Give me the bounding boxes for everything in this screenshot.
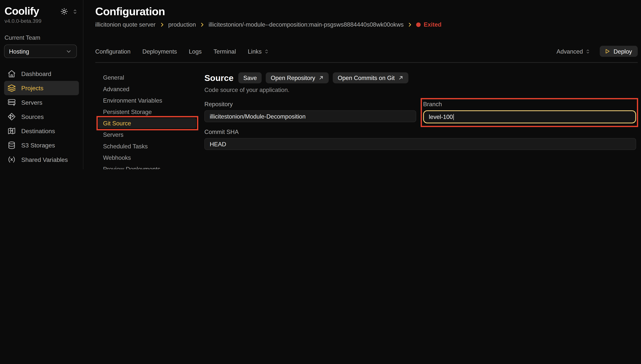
source-heading: Source	[204, 73, 233, 83]
map-icon	[8, 127, 16, 135]
tab-configuration[interactable]: Configuration	[95, 48, 130, 54]
subnav-environment-variables[interactable]: Environment Variables	[98, 95, 196, 106]
variable-icon	[8, 155, 16, 164]
tabs-row: Configuration Deployments Logs Terminal …	[95, 46, 638, 57]
header-actions: Advanced Deploy	[557, 46, 638, 57]
layers-icon	[8, 84, 16, 92]
breadcrumb: illicitonion quote server production ill…	[95, 21, 638, 28]
settings-subnav: General Advanced Environment Variables P…	[95, 72, 204, 169]
fields-row: Repository illicitestonion/Module-Decomp…	[204, 101, 636, 123]
current-team-label: Current Team	[5, 34, 79, 41]
tab-logs[interactable]: Logs	[189, 48, 202, 54]
commit-sha-input[interactable]: HEAD	[204, 138, 636, 150]
chevron-right-icon	[407, 22, 413, 27]
app: Coolify v4.0.0-beta.399 Current Team Hos…	[0, 0, 641, 169]
status-dot-icon	[416, 22, 421, 27]
configuration-content: General Advanced Environment Variables P…	[95, 63, 638, 169]
arrow-up-right-icon	[398, 75, 403, 80]
git-source-icon	[8, 112, 16, 121]
sidebar-item-shared-variables[interactable]: Shared Variables	[4, 152, 79, 166]
sidebar-item-s3-storages[interactable]: S3 Storages	[4, 138, 79, 152]
deploy-button[interactable]: Deploy	[599, 46, 637, 57]
open-commits-button[interactable]: Open Commits on Git	[333, 72, 408, 84]
chevrons-up-down-icon	[585, 48, 591, 54]
theme-selector-chevrons-icon[interactable]	[72, 8, 78, 14]
sidebar-nav: Dashboard Projects Servers Sources Desti…	[4, 67, 79, 169]
server-icon	[8, 98, 16, 106]
save-button[interactable]: Save	[238, 72, 262, 84]
sidebar-item-destinations[interactable]: Destinations	[4, 124, 79, 138]
chevron-right-icon	[200, 22, 205, 27]
status-text: Exited	[424, 21, 442, 28]
app-version: v4.0.0-beta.399	[5, 18, 79, 24]
chevron-right-icon	[159, 22, 165, 27]
commit-sha-label: Commit SHA	[204, 128, 636, 135]
status-badge: Exited	[416, 21, 441, 28]
sidebar-item-servers[interactable]: Servers	[4, 95, 79, 110]
source-heading-row: Source Save Open Repository Open Commits…	[204, 72, 636, 84]
tab-terminal[interactable]: Terminal	[214, 48, 236, 54]
branch-input[interactable]: level-100	[423, 110, 636, 124]
open-repository-button[interactable]: Open Repository	[266, 72, 329, 84]
chevrons-up-down-icon	[264, 48, 269, 54]
tab-links[interactable]: Links	[248, 48, 269, 54]
subnav-preview-deployments[interactable]: Preview Deployments	[98, 164, 196, 169]
git-source-form: Source Save Open Repository Open Commits…	[204, 72, 638, 169]
sidebar-item-sources[interactable]: Sources	[4, 110, 79, 124]
branch-label: Branch	[423, 101, 636, 107]
tab-deployments[interactable]: Deployments	[142, 48, 177, 54]
subnav-general[interactable]: General	[98, 72, 196, 83]
tabs: Configuration Deployments Logs Terminal …	[95, 48, 269, 54]
repository-input[interactable]: illicitestonion/Module-Decomposition	[204, 110, 416, 122]
repository-field-group: Repository illicitestonion/Module-Decomp…	[204, 101, 416, 123]
breadcrumb-environment[interactable]: production	[168, 21, 196, 28]
sidebar: Coolify v4.0.0-beta.399 Current Team Hos…	[0, 0, 84, 169]
subnav-advanced[interactable]: Advanced	[98, 84, 196, 94]
theme-sun-icon[interactable]	[61, 8, 68, 15]
app-logo: Coolify	[5, 5, 39, 18]
sidebar-item-projects[interactable]: Projects	[4, 81, 79, 95]
team-select[interactable]: Hosting	[4, 44, 77, 58]
home-icon	[8, 70, 16, 78]
page-title: Configuration	[95, 5, 638, 18]
play-icon	[604, 48, 610, 54]
source-description: Code source of your application.	[204, 87, 636, 93]
subnav-servers[interactable]: Servers	[98, 130, 196, 140]
chevron-down-icon	[65, 48, 72, 54]
subnav-scheduled-tasks[interactable]: Scheduled Tasks	[98, 141, 196, 151]
database-icon	[8, 141, 16, 150]
branch-field-group: Branch level-100	[423, 101, 636, 123]
advanced-dropdown[interactable]: Advanced	[557, 48, 591, 54]
text-cursor	[453, 114, 454, 120]
main-content: Configuration illicitonion quote server …	[84, 0, 641, 169]
sidebar-item-notifications[interactable]: Notifications	[4, 166, 79, 169]
breadcrumb-resource[interactable]: illicitestonion/-module--decomposition:m…	[209, 21, 404, 28]
logo-row: Coolify	[4, 5, 79, 18]
subnav-git-source[interactable]: Git Source	[98, 118, 196, 128]
commit-sha-field-group: Commit SHA HEAD	[204, 128, 636, 150]
arrow-up-right-icon	[318, 75, 324, 80]
team-select-value: Hosting	[9, 48, 29, 54]
repository-label: Repository	[204, 101, 416, 107]
subnav-persistent-storage[interactable]: Persistent Storage	[98, 106, 196, 117]
sidebar-item-dashboard[interactable]: Dashboard	[4, 67, 79, 81]
breadcrumb-project[interactable]: illicitonion quote server	[95, 21, 156, 28]
subnav-webhooks[interactable]: Webhooks	[98, 152, 196, 162]
